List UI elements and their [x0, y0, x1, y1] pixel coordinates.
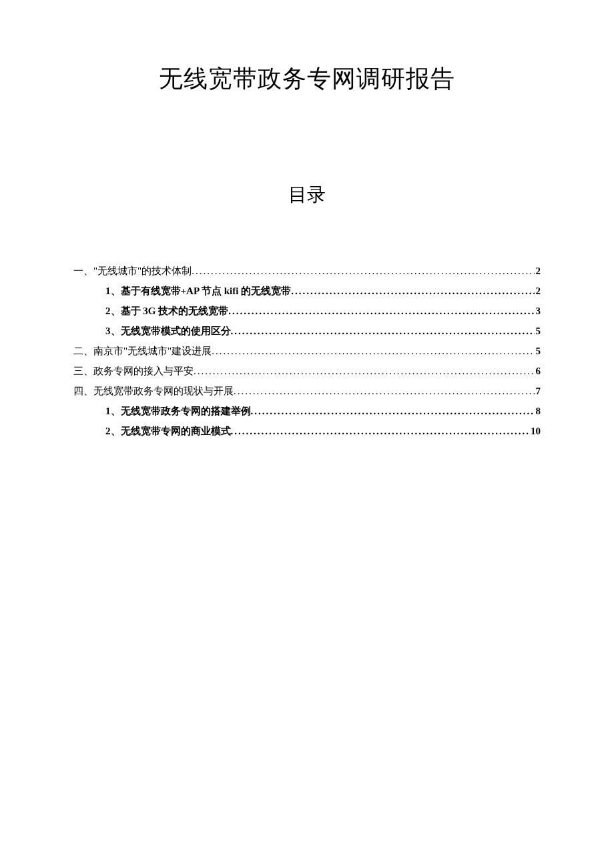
toc-entry-page: 2 — [535, 281, 541, 301]
toc-entry-label: 三、政务专网的接入与平安 — [73, 361, 194, 381]
toc-entry: 1、基于有线宽带+AP 节点 kifi 的无线宽带 2 — [73, 281, 541, 301]
toc-entry: 1、无线宽带政务专网的搭建举例 8 — [73, 401, 541, 421]
toc-entry-label: 四、无线宽带政务专网的现状与开展 — [73, 381, 234, 401]
toc-entry-page: 2 — [535, 261, 541, 281]
toc-heading: 目录 — [73, 182, 541, 207]
toc-entry-page: 5 — [535, 321, 541, 341]
toc-entry: 2、无线宽带专网的商业模式 10 — [73, 421, 541, 441]
toc-entry-label: 3、无线宽带模式的使用区分 — [105, 321, 231, 341]
toc-leader-dots — [251, 401, 535, 421]
toc-entry-page: 8 — [535, 401, 541, 421]
toc-leader-dots — [192, 261, 534, 281]
toc-entry: 四、无线宽带政务专网的现状与开展 7 — [73, 381, 541, 401]
toc-entry-label: 1、无线宽带政务专网的搭建举例 — [105, 401, 251, 421]
toc-entry-label: 1、基于有线宽带+AP 节点 kifi 的无线宽带 — [105, 281, 291, 301]
toc-entry-label: 二、南京市"无线城市"建设进展 — [73, 341, 212, 361]
toc-leader-dots — [231, 321, 535, 341]
toc-entry-page: 5 — [535, 341, 541, 361]
table-of-contents: 一、"无线城市"的技术体制 2 1、基于有线宽带+AP 节点 kifi 的无线宽… — [73, 261, 541, 441]
toc-entry-page: 10 — [529, 421, 541, 441]
toc-entry-label: 一、"无线城市"的技术体制 — [73, 261, 192, 281]
toc-entry-page: 6 — [535, 361, 541, 381]
document-page: 无线宽带政务专网调研报告 目录 一、"无线城市"的技术体制 2 1、基于有线宽带… — [0, 0, 614, 868]
toc-leader-dots — [228, 301, 534, 321]
toc-entry-page: 7 — [535, 381, 541, 401]
toc-entry-label: 2、无线宽带专网的商业模式 — [105, 421, 231, 441]
toc-leader-dots — [194, 361, 535, 381]
toc-entry-label: 2、基于 3G 技术的无线宽带 — [105, 301, 228, 321]
document-title: 无线宽带政务专网调研报告 — [73, 63, 541, 95]
toc-leader-dots — [231, 421, 530, 441]
toc-entry: 一、"无线城市"的技术体制 2 — [73, 261, 541, 281]
toc-entry: 三、政务专网的接入与平安 6 — [73, 361, 541, 381]
toc-entry: 2、基于 3G 技术的无线宽带 3 — [73, 301, 541, 321]
toc-leader-dots — [291, 281, 534, 301]
toc-leader-dots — [234, 381, 535, 401]
toc-leader-dots — [212, 341, 534, 361]
toc-entry: 3、无线宽带模式的使用区分 5 — [73, 321, 541, 341]
toc-entry-page: 3 — [535, 301, 541, 321]
toc-entry: 二、南京市"无线城市"建设进展 5 — [73, 341, 541, 361]
